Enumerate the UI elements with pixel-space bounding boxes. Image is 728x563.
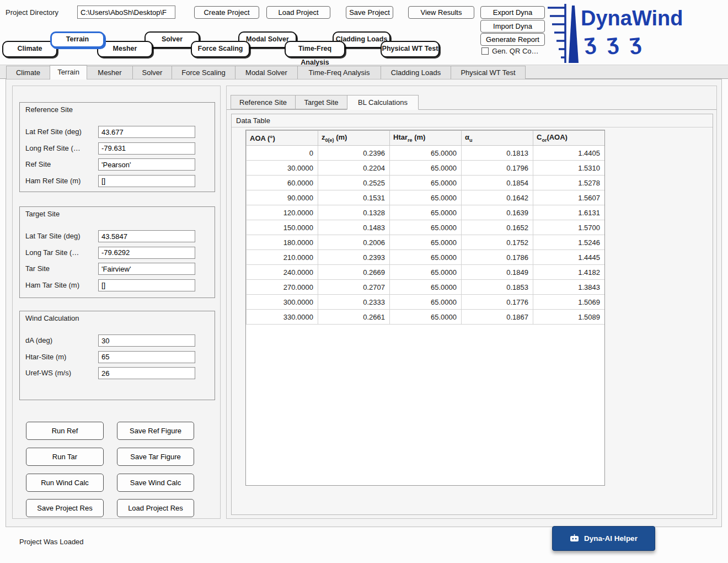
table-cell[interactable]: 1.6131	[533, 205, 605, 220]
tab-force-scaling[interactable]: Force Scaling	[172, 66, 235, 79]
table-cell[interactable]: 65.0000	[390, 146, 462, 161]
gen-qr-checkbox[interactable]	[481, 47, 489, 55]
ham-ref-site-m-input[interactable]	[98, 175, 195, 187]
project-directory-input[interactable]	[77, 6, 175, 19]
table-cell[interactable]: 65.0000	[390, 295, 462, 310]
results-tab-target-site[interactable]: Target Site	[295, 95, 347, 109]
ref-site-input[interactable]	[98, 158, 195, 171]
table-cell[interactable]: 65.0000	[390, 176, 462, 190]
ribbon-tab-climate[interactable]: Climate	[2, 41, 57, 57]
lat-ref-site-deg-input[interactable]	[98, 126, 195, 138]
dyna-ai-helper-button[interactable]: Dyna-AI Helper	[552, 526, 655, 551]
table-cell[interactable]: 1.5246	[533, 235, 605, 250]
save-tar-figure-button[interactable]: Save Tar Figure	[117, 448, 194, 466]
table-cell[interactable]: 65.0000	[390, 280, 462, 295]
table-cell[interactable]: 65.0000	[390, 250, 462, 265]
ribbon-tab-physical-wt-test[interactable]: Physical WT Test	[381, 41, 440, 57]
save-project-button[interactable]: Save Project	[346, 6, 393, 19]
tab-cladding-loads[interactable]: Cladding Loads	[381, 66, 451, 79]
table-cell[interactable]: 65.0000	[390, 220, 462, 235]
results-tab-reference-site[interactable]: Reference Site	[231, 95, 296, 109]
save-ref-figure-button[interactable]: Save Ref Figure	[117, 422, 194, 440]
tab-physical-wt-test[interactable]: Physical WT Test	[451, 66, 526, 79]
tab-climate[interactable]: Climate	[6, 66, 50, 79]
table-cell[interactable]: 0.2393	[318, 250, 390, 265]
table-cell[interactable]: 65.0000	[390, 310, 462, 325]
run-tar-button[interactable]: Run Tar	[26, 448, 104, 466]
table-cell[interactable]: 0.1642	[462, 190, 533, 205]
table-cell[interactable]: 0.1328	[318, 205, 390, 220]
table-cell[interactable]: 180.0000	[247, 235, 318, 250]
import-dyna-button[interactable]: Import Dyna	[480, 20, 545, 33]
long-ref-site-input[interactable]	[98, 142, 195, 155]
table-cell[interactable]: 0.1652	[462, 220, 533, 235]
table-cell[interactable]: 0.1483	[318, 220, 390, 235]
table-cell[interactable]: 1.5278	[533, 176, 605, 190]
table-cell[interactable]: 0	[247, 146, 318, 161]
results-tab-bl-calculations[interactable]: BL Calculations	[347, 95, 419, 110]
table-cell[interactable]: 0.1786	[462, 250, 533, 265]
table-cell[interactable]: 0.1867	[462, 310, 533, 325]
da-deg-input[interactable]	[98, 334, 195, 347]
table-cell[interactable]: 0.2204	[318, 161, 390, 176]
run-ref-button[interactable]: Run Ref	[26, 422, 104, 440]
lat-tar-site-deg-input[interactable]	[98, 230, 195, 242]
ribbon-tab-mesher[interactable]: Mesher	[97, 41, 153, 57]
table-cell[interactable]: 65.0000	[390, 190, 462, 205]
table-cell[interactable]: 0.1853	[462, 280, 533, 295]
table-cell[interactable]: 65.0000	[390, 161, 462, 176]
run-wind-calc-button[interactable]: Run Wind Calc	[26, 474, 104, 492]
export-dyna-button[interactable]: Export Dyna	[480, 6, 545, 19]
table-cell[interactable]: 1.5089	[533, 310, 605, 325]
table-cell[interactable]: 0.1813	[462, 146, 533, 161]
table-cell[interactable]: 0.1854	[462, 176, 533, 190]
create-project-button[interactable]: Create Project	[194, 6, 259, 19]
save-project-res-button[interactable]: Save Project Res	[26, 499, 104, 517]
table-cell[interactable]: 90.0000	[247, 190, 318, 205]
table-cell[interactable]: 0.2396	[318, 146, 390, 161]
table-cell[interactable]: 0.2669	[318, 265, 390, 280]
generate-report-button[interactable]: Generate Report	[480, 33, 545, 46]
table-cell[interactable]: 30.0000	[247, 161, 318, 176]
table-cell[interactable]: 0.2525	[318, 176, 390, 190]
tab-modal-solver[interactable]: Modal Solver	[235, 66, 298, 79]
tar-site-input[interactable]	[98, 263, 195, 275]
table-cell[interactable]: 1.5700	[533, 220, 605, 235]
table-cell[interactable]: 1.4445	[533, 250, 605, 265]
ribbon-tab-time-freq-analysis[interactable]: Time-Freq Analysis	[285, 41, 345, 57]
tab-solver[interactable]: Solver	[132, 66, 172, 79]
ham-tar-site-m-input[interactable]	[98, 279, 195, 291]
table-cell[interactable]: 0.1531	[318, 190, 390, 205]
table-cell[interactable]: 0.2661	[318, 310, 390, 325]
table-cell[interactable]: 65.0000	[390, 235, 462, 250]
tab-terrain[interactable]: Terrain	[50, 65, 87, 79]
load-project-res-button[interactable]: Load Project Res	[117, 499, 194, 517]
ribbon-tab-force-scaling[interactable]: Force Scaling	[191, 41, 250, 57]
table-cell[interactable]: 330.0000	[247, 310, 318, 325]
table-cell[interactable]: 270.0000	[247, 280, 318, 295]
table-cell[interactable]: 0.1752	[462, 235, 533, 250]
table-cell[interactable]: 1.5310	[533, 161, 605, 176]
table-cell[interactable]: 1.3843	[533, 280, 605, 295]
table-cell[interactable]: 0.1776	[462, 295, 533, 310]
load-project-button[interactable]: Load Project	[266, 6, 330, 19]
uref-ws-m-s-input[interactable]	[98, 367, 195, 379]
ribbon-tab-terrain[interactable]: Terrain	[50, 31, 105, 48]
table-cell[interactable]: 240.0000	[247, 265, 318, 280]
table-cell[interactable]: 210.0000	[247, 250, 318, 265]
table-cell[interactable]: 150.0000	[247, 220, 318, 235]
table-cell[interactable]: 120.0000	[247, 205, 318, 220]
table-cell[interactable]: 0.1796	[462, 161, 533, 176]
view-results-button[interactable]: View Results	[408, 6, 474, 19]
table-cell[interactable]: 0.1849	[462, 265, 533, 280]
table-cell[interactable]: 0.2333	[318, 295, 390, 310]
table-cell[interactable]: 0.2006	[318, 235, 390, 250]
long-tar-site-input[interactable]	[98, 247, 195, 259]
table-cell[interactable]: 65.0000	[390, 265, 462, 280]
table-cell[interactable]: 1.5607	[533, 190, 605, 205]
table-cell[interactable]: 65.0000	[390, 205, 462, 220]
tab-mesher[interactable]: Mesher	[87, 66, 133, 79]
save-wind-calc-button[interactable]: Save Wind Calc	[117, 474, 194, 492]
table-cell[interactable]: 0.1639	[462, 205, 533, 220]
table-cell[interactable]: 60.0000	[247, 176, 318, 190]
